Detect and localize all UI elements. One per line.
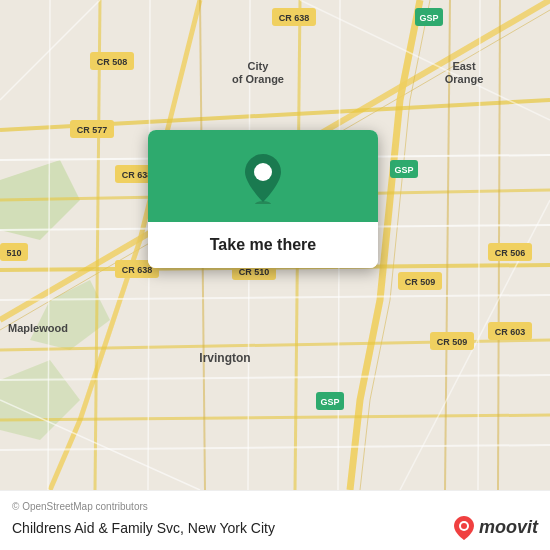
moovit-pin-icon [453, 515, 475, 541]
svg-text:Irvington: Irvington [199, 351, 250, 365]
svg-text:CR 603: CR 603 [495, 327, 526, 337]
svg-text:CR 508: CR 508 [97, 57, 128, 67]
svg-text:Maplewood: Maplewood [8, 322, 68, 334]
svg-text:East: East [452, 60, 476, 72]
bottom-row: Childrens Aid & Family Svc, New York Cit… [12, 515, 538, 541]
svg-text:CR 506: CR 506 [495, 248, 526, 258]
svg-text:City: City [248, 60, 270, 72]
moovit-logo: moovit [453, 515, 538, 541]
svg-text:CR 510: CR 510 [239, 267, 270, 277]
svg-text:CR 638: CR 638 [122, 265, 153, 275]
svg-point-66 [254, 163, 272, 181]
bottom-bar: © OpenStreetMap contributors Childrens A… [0, 490, 550, 550]
take-me-there-button[interactable]: Take me there [148, 222, 378, 268]
svg-text:of Orange: of Orange [232, 73, 284, 85]
svg-text:GSP: GSP [419, 13, 438, 23]
map: CR 638 GSP CR 508 City of Orange East Or… [0, 0, 550, 490]
place-name: Childrens Aid & Family Svc, New York Cit… [12, 520, 275, 536]
svg-text:CR 577: CR 577 [77, 125, 108, 135]
svg-text:CR 638: CR 638 [279, 13, 310, 23]
map-attribution: © OpenStreetMap contributors [12, 501, 538, 512]
svg-point-68 [461, 523, 467, 529]
svg-text:CR 509: CR 509 [405, 277, 436, 287]
svg-text:CR 509: CR 509 [437, 337, 468, 347]
svg-text:GSP: GSP [320, 397, 339, 407]
location-pin-icon [241, 152, 285, 204]
svg-text:GSP: GSP [394, 165, 413, 175]
svg-text:Orange: Orange [445, 73, 484, 85]
svg-text:510: 510 [6, 248, 21, 258]
moovit-text: moovit [479, 517, 538, 538]
popup-header [148, 130, 378, 222]
popup-card: Take me there [148, 130, 378, 268]
